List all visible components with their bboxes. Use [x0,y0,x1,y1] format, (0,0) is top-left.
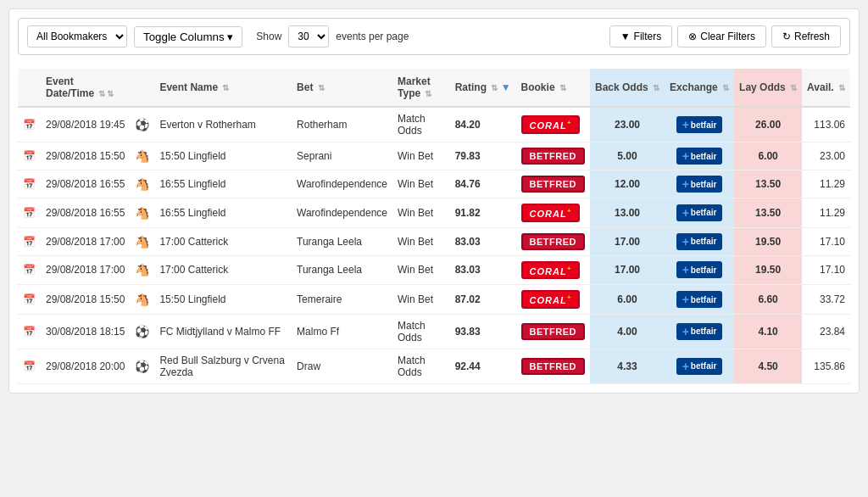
events-per-page-label: events per page [336,31,409,42]
toggle-columns-button[interactable]: Toggle Columns ▾ [134,26,242,47]
table-row: 📅29/08/2018 17:00🐴17:00 CatterickTuranga… [18,227,850,255]
table-row: 📅29/08/2018 16:55🐴16:55 LingfieldWarofin… [18,170,850,198]
per-page-select[interactable]: 30 [288,25,329,47]
market-type: Win Bet [392,170,450,198]
calendar-icon: 📅 [18,227,41,255]
bookie: BETFRED [516,349,590,383]
betfair-plus-icon: + [682,177,689,191]
market-type: Match Odds [392,349,450,383]
col-avail[interactable]: Avail. ⇅ [802,69,850,107]
event-datetime: 29/08/2018 15:50 [41,142,130,170]
back-odds: 17.00 [590,255,665,285]
event-name: 15:50 Lingfield [154,285,292,315]
calendar-icon: 📅 [18,107,41,142]
rating: 79.83 [450,142,516,170]
sport-icon: 🐴 [130,285,154,315]
calendar-icon: 📅 [18,142,41,170]
event-datetime: 29/08/2018 17:00 [41,227,130,255]
clear-filters-button[interactable]: ⊗ Clear Filters [677,25,766,47]
col-event-name[interactable]: Event Name ⇅ [154,69,292,107]
event-name: Red Bull Salzburg v Crvena Zvezda [154,349,292,383]
sport-icon: ⚽ [130,107,154,142]
calendar-icon: 📅 [18,349,41,383]
calendar-icon: 📅 [18,198,41,228]
col-back-odds[interactable]: Back Odds ⇅ [590,69,665,107]
exchange: +betfair [665,255,734,285]
market-type: Win Bet [392,285,450,315]
betfair-logo: +betfair [676,116,723,133]
bookie: BETFRED [516,170,590,198]
col-bookie[interactable]: Bookie ⇅ [516,69,590,107]
calendar-icon: 📅 [18,255,41,285]
avail: 11.29 [802,170,850,198]
col-bet[interactable]: Bet ⇅ [292,69,392,107]
rating: 84.76 [450,170,516,198]
back-odds: 4.00 [590,314,665,349]
exchange: +betfair [665,227,734,255]
bet: Malmo Ff [292,314,392,349]
event-datetime: 29/08/2018 20:00 [41,349,130,383]
market-type: Win Bet [392,255,450,285]
betfair-logo: +betfair [676,323,723,340]
event-name: FC Midtjylland v Malmo FF [154,314,292,349]
avail: 23.00 [802,142,850,170]
col-datetime[interactable]: EventDate/Time ⇅⇅ [41,69,130,107]
exchange: +betfair [665,285,734,315]
event-datetime: 29/08/2018 15:50 [41,285,130,315]
back-odds: 12.00 [590,170,665,198]
market-type: Win Bet [392,142,450,170]
event-name: 15:50 Lingfield [154,142,292,170]
sport-icon: 🐴 [130,170,154,198]
back-odds: 5.00 [590,142,665,170]
col-lay-odds[interactable]: Lay Odds ⇅ [734,69,802,107]
betfair-logo: +betfair [676,358,723,375]
col-sport-icon [130,69,154,107]
bet: Rotherham [292,107,392,142]
avail: 17.10 [802,255,850,285]
table-row: 📅29/08/2018 15:50🐴15:50 LingfieldSeprani… [18,142,850,170]
rating: 87.02 [450,285,516,315]
clear-icon: ⊗ [688,31,697,42]
event-datetime: 29/08/2018 17:00 [41,255,130,285]
event-name: 17:00 Catterick [154,255,292,285]
filters-button[interactable]: ▼ Filters [609,25,673,47]
rating: 91.82 [450,198,516,228]
bookie: CORAL+ [516,255,590,285]
betfair-plus-icon: + [682,325,689,338]
bookmaker-select[interactable]: All Bookmakers [27,25,127,47]
back-odds: 6.00 [590,285,665,315]
exchange: +betfair [665,170,734,198]
rating: 83.03 [450,255,516,285]
avail: 33.72 [802,285,850,315]
toolbar-right: ▼ Filters ⊗ Clear Filters ↻ Refresh [609,25,841,47]
market-type: Win Bet [392,198,450,228]
avail: 23.84 [802,314,850,349]
back-odds: 4.33 [590,349,665,383]
lay-odds: 6.60 [734,285,802,315]
bet: Warofindependence [292,198,392,228]
coral-logo: CORAL+ [521,261,581,280]
refresh-button[interactable]: ↻ Refresh [771,25,841,47]
col-market-type[interactable]: MarketType ⇅ [392,69,450,107]
event-datetime: 29/08/2018 16:55 [41,198,130,228]
sport-icon: 🐴 [130,198,154,228]
col-exchange[interactable]: Exchange ⇅ [665,69,734,107]
col-rating[interactable]: Rating ⇅ ▼ [450,69,516,107]
exchange: +betfair [665,349,734,383]
event-datetime: 29/08/2018 19:45 [41,107,130,142]
lay-odds: 13.50 [734,198,802,228]
lay-odds: 26.00 [734,107,802,142]
betfred-logo: BETFRED [521,176,585,193]
lay-odds: 6.00 [734,142,802,170]
calendar-icon: 📅 [18,314,41,349]
event-datetime: 29/08/2018 16:55 [41,170,130,198]
sport-icon: 🐴 [130,142,154,170]
betfair-plus-icon: + [682,206,689,220]
filter-icon: ▼ [620,31,631,42]
betfair-plus-icon: + [682,118,689,131]
bet: Temeraire [292,285,392,315]
event-name: 16:55 Lingfield [154,170,292,198]
bookie: BETFRED [516,142,590,170]
back-odds: 13.00 [590,198,665,228]
bet: Turanga Leela [292,227,392,255]
